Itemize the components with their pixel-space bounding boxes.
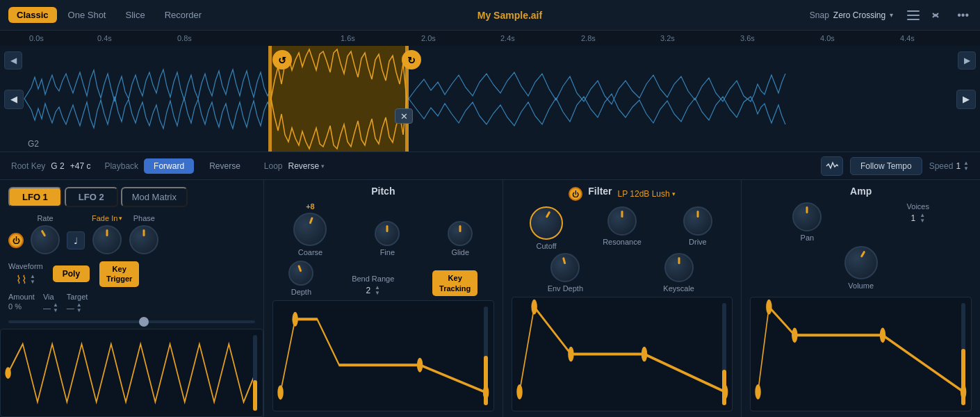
nav-start-icon[interactable]: ◀ [4,51,22,70]
poly-button[interactable]: Poly [53,265,90,282]
env-depth-knob[interactable] [550,253,580,282]
nav-prev-icon[interactable]: ◀ [4,90,24,109]
voices-label: Voices [907,202,929,211]
cutoff-label: Cutoff [537,242,557,250]
phase-knob[interactable] [129,225,158,254]
follow-tempo-button[interactable]: Follow Tempo [850,157,922,175]
target-arrows[interactable]: ▲▼ [76,302,82,313]
tab-slice[interactable]: Slice [117,7,153,23]
voices-stepper[interactable]: ▲▼ [920,213,925,224]
fine-knob[interactable] [375,221,400,246]
resonance-knob[interactable] [607,206,637,236]
bottom-section: LFO 1 LFO 2 Mod Matrix ⏻ Rate ♩ [0,180,980,417]
pitch-env-bar [484,306,488,405]
reverse-btn[interactable]: Reverse [199,158,250,174]
glide-group: Glide [448,221,473,256]
speed-value[interactable]: 1 [956,161,961,171]
chevron-down-icon: ▾ [321,163,325,170]
svg-text:G2: G2 [28,139,39,149]
lfo2-tab[interactable]: LFO 2 [65,187,118,207]
chevron-down-icon: ▾ [119,215,122,222]
voices-value: 1 [910,213,915,223]
cutoff-knob[interactable] [530,206,563,240]
coarse-label: Coarse [298,248,322,256]
forward-btn[interactable]: Forward [144,158,194,174]
ruler-04s: 0.4s [97,34,112,42]
lfo-bottom-graph [0,329,263,417]
target-stepper[interactable]: — ▲▼ [67,302,88,313]
drive-knob[interactable] [683,206,712,236]
expand-icon[interactable] [929,8,947,23]
loop-close-button[interactable]: ✕ [395,108,413,124]
bend-range-stepper[interactable]: ▲▼ [375,285,380,296]
via-group: Via — ▲▼ [43,293,58,313]
key-tracking-button[interactable]: KeyTracking [432,270,477,296]
pitch-title: Pitch [272,186,494,197]
filter-panel: ⏻ Filter LP 12dB Lush ▾ Cutoff Resonance [503,180,742,417]
svg-point-19 [531,300,537,315]
resonance-group: Resonance [587,206,658,250]
fade-label: Fade In ▾ [92,214,122,222]
controls-bar: Root Key G 2 +47 c Playback Forward Reve… [0,152,980,180]
amp-volume-row: Volume [750,246,972,290]
filter-type[interactable]: LP 12dB Lush ▾ [618,189,676,199]
keyscale-knob[interactable] [664,253,694,282]
svg-point-16 [417,358,423,373]
drive-label: Drive [689,238,707,246]
phase-group: Phase [129,214,158,254]
svg-point-13 [5,367,10,379]
tab-one-shot[interactable]: One Shot [60,7,115,23]
via-stepper[interactable]: — ▲▼ [43,302,58,313]
collapse-icon[interactable] [904,8,922,23]
waveform-stepper[interactable]: ▲▼ [30,274,35,285]
waveform-view-btn[interactable] [821,156,843,176]
waveform-symbol: ⌇⌇ [16,273,27,286]
filter-power-button[interactable]: ⏻ [569,187,582,201]
amp-env-graph [750,297,972,411]
bend-range-group: Bend Range 2 ▲▼ [352,275,394,296]
tab-classic[interactable]: Classic [8,7,57,23]
volume-knob[interactable] [844,246,878,279]
via-arrows[interactable]: ▲▼ [53,302,58,313]
lfo-slider[interactable] [8,320,255,323]
root-key-offset: +47 c [70,161,91,171]
key-trigger-button[interactable]: KeyTrigger [99,261,139,287]
mod-matrix-tab[interactable]: Mod Matrix [121,187,188,207]
lfo1-tab[interactable]: LFO 1 [8,187,62,207]
lfo-power-button[interactable]: ⏻ [8,233,24,248]
file-title[interactable]: My Sample.aif [210,10,810,21]
chevron-down-icon: ▾ [890,11,893,19]
svg-point-25 [792,327,797,343]
env-depth-label: Env Depth [548,284,583,293]
nav-end-icon[interactable]: ▶ [958,51,976,70]
amount-row: Amount 0 % Via — ▲▼ Target — ▲▼ [0,290,263,316]
waveform-select[interactable]: ⌇⌇ ▲▼ [16,273,35,286]
amp-panel: Amp Pan Voices 1 ▲▼ [742,180,980,417]
ruler-28s: 2.8s [581,34,596,42]
waveform-display[interactable]: ↺ ↻ ✕ G2 [0,46,980,152]
tab-recorder[interactable]: Recorder [156,7,210,23]
svg-point-18 [516,384,522,400]
pan-knob[interactable] [792,202,822,231]
depth-knob[interactable] [288,261,313,286]
amount-value: 0 % [8,302,35,311]
coarse-knob[interactable] [293,213,327,246]
svg-point-24 [767,300,772,315]
coarse-group: +8 Coarse [293,202,327,256]
top-bar-icons: ••• [904,6,972,24]
keyscale-group: Keyscale [625,253,733,293]
lfo-slider-container [0,316,263,326]
root-key-label: Root Key [11,161,45,171]
note-icon[interactable]: ♩ [67,231,85,250]
cutoff-group: Cutoff [512,206,582,250]
nav-next-icon[interactable]: ▶ [956,90,976,109]
speed-stepper[interactable]: ▲ ▼ [963,161,969,172]
glide-knob[interactable] [448,221,473,246]
snap-value[interactable]: Zero Crossing [833,10,885,20]
waveform-container: 0.0s 0.4s 0.8s 1.6s 2.0s 2.4s 2.8s 3.2s … [0,31,980,152]
fade-knob[interactable] [92,225,122,254]
svg-point-26 [880,327,885,343]
more-icon[interactable]: ••• [954,6,972,24]
slider-thumb[interactable] [139,317,149,327]
rate-knob[interactable] [31,225,60,254]
